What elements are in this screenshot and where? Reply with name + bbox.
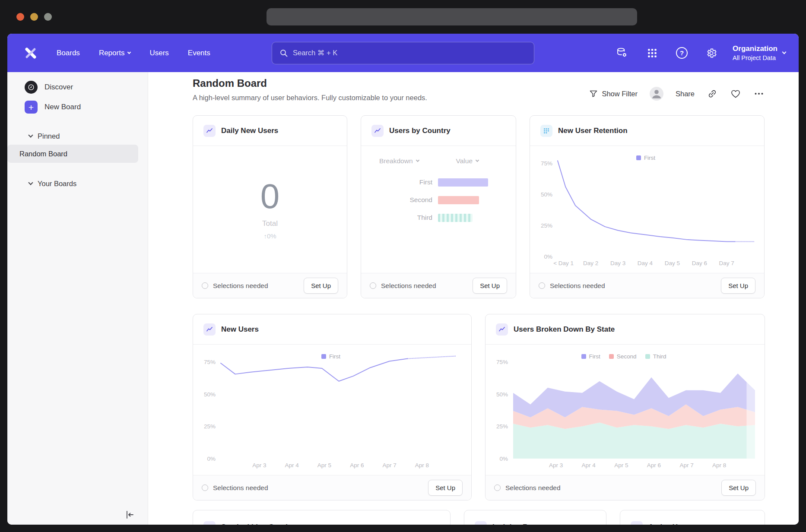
card-new-users: New Users First 75%50%25%0% Apr 3Apr 4Ap… (193, 314, 472, 500)
card-users-by-country: Users by Country Breakdown Value FirstSe… (361, 115, 516, 298)
close-window-button[interactable] (16, 13, 24, 21)
settings-gear-icon[interactable] (705, 47, 718, 60)
org-switcher[interactable]: Organization All Project Data (733, 44, 786, 61)
line-chart-icon (203, 125, 216, 137)
set-up-button[interactable]: Set Up (304, 278, 338, 294)
breakdown-dropdown[interactable]: Breakdown (379, 157, 419, 165)
line-chart-icon (371, 125, 384, 137)
favorite-heart-icon[interactable] (730, 88, 741, 99)
card-title: New User Retention (558, 127, 628, 135)
section-label: Pinned (38, 132, 60, 140)
status-text: Selections needed (213, 282, 268, 290)
status-text: Selections needed (381, 282, 436, 290)
x-tick-label: Apr 7 (679, 462, 693, 469)
chart-legend: First (200, 351, 462, 362)
y-tick-label: 50% (496, 391, 508, 397)
y-tick-label: 75% (204, 359, 216, 365)
card-title: Insights Report (492, 523, 546, 525)
metric-label: Total (262, 219, 278, 228)
line-chart-icon (475, 521, 487, 525)
filter-funnel-icon (589, 89, 598, 98)
x-tick-label: Day 6 (692, 260, 707, 266)
plus-icon: + (25, 101, 38, 114)
collapse-sidebar-button[interactable] (124, 509, 136, 520)
sidebar-item-new-board[interactable]: + New Board (7, 97, 148, 117)
show-filter-label: Show Filter (602, 90, 638, 98)
page-subtitle: A high-level summary of user behaviors. … (193, 94, 427, 102)
apps-grid-icon[interactable] (646, 47, 659, 60)
x-tick-label: Apr 6 (647, 462, 661, 469)
value-dropdown[interactable]: Value (456, 157, 479, 165)
top-navbar: Boards Reports Users Events ? O (7, 34, 799, 72)
x-tick-label: Day 5 (665, 260, 680, 266)
x-tick-label: Apr 3 (549, 462, 563, 469)
breakdown-controls: Breakdown Value (361, 146, 516, 165)
breakdown-row-label: Third (361, 214, 432, 222)
status-text: Selections needed (213, 484, 268, 492)
sidebar-item-random-board[interactable]: Random Board (7, 145, 138, 163)
nav-users[interactable]: Users (149, 49, 168, 57)
data-management-icon[interactable] (616, 47, 628, 60)
x-tick-label: Apr 3 (252, 462, 266, 469)
legend-label: First (589, 353, 600, 360)
nav-events[interactable]: Events (188, 49, 210, 57)
card-title: Stacked Line Graph (221, 523, 290, 525)
card-daily-new-users: Daily New Users 0 Total ↑0% Selections n… (193, 115, 347, 298)
sidebar-section-pinned[interactable]: Pinned (7, 127, 148, 145)
set-up-button[interactable]: Set Up (721, 278, 755, 294)
nav-boards[interactable]: Boards (57, 49, 80, 57)
breakdown-row-label: First (361, 178, 432, 186)
card-stacked-line-graph: Stacked Line Graph (193, 510, 451, 525)
legend-label: First (329, 353, 340, 360)
card-title: Users Broken Down By State (514, 325, 615, 334)
mixpanel-logo-icon[interactable] (22, 44, 39, 62)
breakdown-list: FirstSecondThird (361, 178, 516, 222)
address-bar[interactable] (267, 8, 637, 25)
legend-item: First (636, 155, 655, 161)
primary-nav: Boards Reports Users Events (57, 49, 210, 57)
status-circle-icon (202, 282, 208, 289)
legend-item: First (321, 353, 340, 360)
help-icon[interactable]: ? (676, 47, 688, 59)
x-tick-label: Apr 4 (582, 462, 596, 469)
window-controls (16, 13, 52, 21)
main-content: Random Board A high-level summary of use… (148, 72, 799, 525)
show-filter-button[interactable]: Show Filter (589, 89, 638, 98)
breakdown-row: Second (361, 196, 516, 204)
search-bar[interactable] (272, 42, 534, 64)
nav-label: Users (149, 49, 168, 57)
sidebar-section-your-boards[interactable]: Your Boards (7, 175, 148, 192)
legend-swatch (609, 354, 614, 359)
nav-reports[interactable]: Reports (99, 49, 131, 57)
x-tick-label: Day 3 (610, 260, 625, 266)
legend-swatch (321, 354, 326, 359)
sidebar-item-discover[interactable]: Discover (7, 77, 148, 97)
card-users-by-state: Users Broken Down By State FirstSecondTh… (485, 314, 765, 500)
y-tick-label: 0% (207, 456, 216, 462)
avatar[interactable] (650, 87, 663, 101)
breakdown-row: Third (361, 213, 516, 222)
legend-swatch (581, 354, 586, 359)
card-title: Active Users (648, 523, 693, 525)
share-button[interactable]: Share (676, 90, 695, 98)
legend-swatch (645, 354, 650, 359)
x-tick-label: Apr 4 (285, 462, 298, 469)
y-tick-label: 50% (204, 391, 216, 397)
set-up-button[interactable]: Set Up (473, 278, 507, 294)
breakdown-row: First (361, 178, 516, 187)
card-title: Daily New Users (221, 127, 278, 135)
minimize-window-button[interactable] (30, 13, 38, 21)
set-up-button[interactable]: Set Up (428, 480, 463, 496)
line-chart-icon (631, 521, 643, 525)
card-title: New Users (221, 325, 259, 334)
status-circle-icon (202, 484, 208, 491)
chart-legend: First (537, 152, 755, 163)
copy-link-icon[interactable] (707, 88, 718, 99)
legend-item: First (581, 353, 600, 360)
breakdown-bar (438, 214, 473, 222)
search-input[interactable] (293, 49, 527, 57)
set-up-button[interactable]: Set Up (721, 480, 756, 496)
more-options-icon[interactable] (753, 88, 765, 99)
zoom-window-button[interactable] (44, 13, 52, 21)
metric-delta: ↑0% (263, 232, 276, 240)
